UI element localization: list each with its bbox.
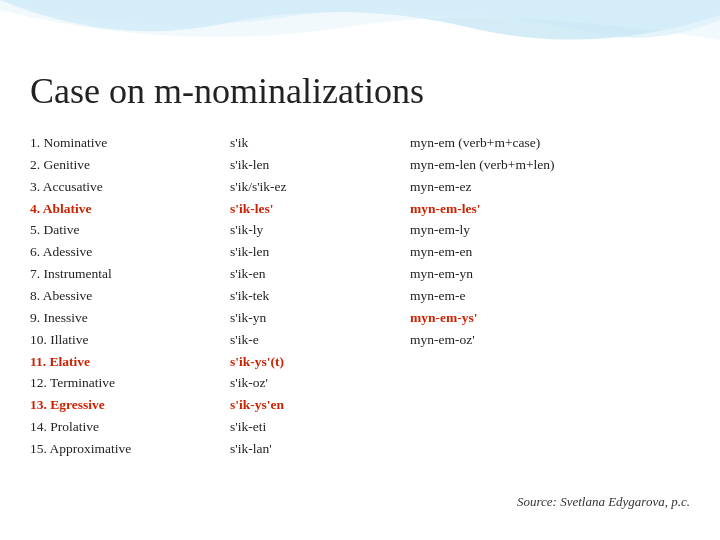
case-form: s'ik-tek (230, 285, 410, 307)
case-label: 5. Dative (30, 219, 230, 241)
case-label: 4. Ablative (30, 198, 230, 220)
case-gloss: myn-em-yn (410, 263, 690, 285)
case-gloss: myn-em-les' (410, 198, 690, 220)
case-gloss: myn-em (verb+m+case) (410, 132, 690, 154)
case-form: s'ik-ys'(t) (230, 351, 410, 373)
column-forms: s'iks'ik-lens'ik/s'ik-ezs'ik-les's'ik-ly… (230, 132, 410, 460)
content-area: 1. Nominative2. Genitive3. Accusative4. … (0, 132, 720, 460)
case-label: 9. Inessive (30, 307, 230, 329)
case-gloss: myn-em-oz' (410, 329, 690, 351)
case-form: s'ik-yn (230, 307, 410, 329)
case-form: s'ik (230, 132, 410, 154)
case-gloss: myn-em-len (verb+m+len) (410, 154, 690, 176)
case-gloss: myn-em-ez (410, 176, 690, 198)
case-form: s'ik-eti (230, 416, 410, 438)
case-form: s'ik-len (230, 154, 410, 176)
case-label: 15. Approximative (30, 438, 230, 460)
source-note: Source: Svetlana Edygarova, p.c. (517, 494, 690, 510)
case-gloss: myn-em-ly (410, 219, 690, 241)
case-form: s'ik-oz' (230, 372, 410, 394)
case-gloss: myn-em-en (410, 241, 690, 263)
case-label: 8. Abessive (30, 285, 230, 307)
case-form: s'ik-len (230, 241, 410, 263)
case-label: 3. Accusative (30, 176, 230, 198)
case-label: 6. Adessive (30, 241, 230, 263)
case-label: 14. Prolative (30, 416, 230, 438)
case-label: 11. Elative (30, 351, 230, 373)
case-form: s'ik-les' (230, 198, 410, 220)
case-label: 2. Genitive (30, 154, 230, 176)
case-gloss: myn-em-e (410, 285, 690, 307)
case-form: s'ik-e (230, 329, 410, 351)
column-glosses: myn-em (verb+m+case)myn-em-len (verb+m+l… (410, 132, 690, 460)
case-label: 7. Instrumental (30, 263, 230, 285)
column-cases: 1. Nominative2. Genitive3. Accusative4. … (30, 132, 230, 460)
case-label: 12. Terminative (30, 372, 230, 394)
case-form: s'ik-ly (230, 219, 410, 241)
case-label: 10. Illative (30, 329, 230, 351)
case-label: 1. Nominative (30, 132, 230, 154)
wave-decoration (0, 0, 720, 60)
case-form: s'ik/s'ik-ez (230, 176, 410, 198)
case-form: s'ik-ys'en (230, 394, 410, 416)
case-gloss: myn-em-ys' (410, 307, 690, 329)
case-label: 13. Egressive (30, 394, 230, 416)
case-form: s'ik-en (230, 263, 410, 285)
case-form: s'ik-lan' (230, 438, 410, 460)
